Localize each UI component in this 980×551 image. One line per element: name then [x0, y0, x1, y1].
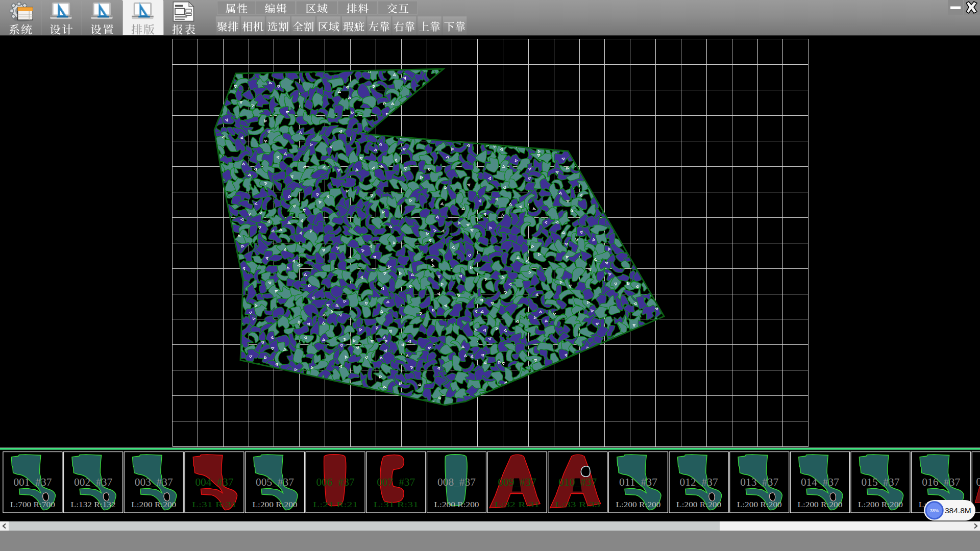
svg-text:004_#37: 004_#37 — [195, 475, 233, 488]
svg-text:L:200 R:200: L:200 R:200 — [434, 500, 479, 509]
svg-text:013_#37: 013_#37 — [740, 475, 778, 488]
svg-text:L:200 R:200: L:200 R:200 — [131, 500, 176, 509]
svg-text:L:200 R:200: L:200 R:200 — [737, 500, 782, 509]
svg-text:L:200 R:200: L:200 R:200 — [616, 500, 660, 509]
svg-text:012_#37: 012_#37 — [680, 475, 718, 488]
svg-text:L:200 R:200: L:200 R:200 — [797, 500, 842, 509]
svg-text:010_#37: 010_#37 — [558, 475, 597, 488]
svg-text:016_#37: 016_#37 — [922, 475, 960, 488]
svg-text:0: 0 — [976, 475, 980, 488]
svg-text:384.8M: 384.8M — [945, 506, 971, 515]
svg-text:L:132 R:132: L:132 R:132 — [71, 500, 116, 509]
svg-text:L:200 R:200: L:200 R:200 — [858, 500, 903, 509]
svg-text:L:200 R:200: L:200 R:200 — [676, 500, 721, 509]
svg-text:L:700 R:700: L:700 R:700 — [10, 500, 55, 509]
svg-text:L:21 R:21: L:21 R:21 — [313, 500, 358, 509]
svg-text:008_#37: 008_#37 — [437, 475, 476, 488]
svg-text:L:33 R:33: L:33 R:33 — [555, 500, 600, 509]
svg-text:011_#37: 011_#37 — [619, 475, 657, 488]
svg-text:015_#37: 015_#37 — [862, 475, 900, 488]
svg-text:002_#37: 002_#37 — [74, 475, 112, 488]
svg-text:38%: 38% — [930, 508, 939, 513]
svg-text:009_#37: 009_#37 — [498, 475, 536, 488]
svg-text:L:32 R:31: L:32 R:31 — [495, 500, 540, 509]
svg-text:005_#37: 005_#37 — [256, 475, 294, 488]
svg-text:007_#37: 007_#37 — [377, 475, 415, 488]
svg-text:001_#37: 001_#37 — [13, 475, 52, 488]
svg-text:L:31 R:31: L:31 R:31 — [192, 500, 237, 509]
svg-text:006_#37: 006_#37 — [316, 475, 355, 488]
svg-text:014_#37: 014_#37 — [801, 475, 839, 488]
svg-text:L:31 R:31: L:31 R:31 — [374, 500, 419, 509]
svg-text:003_#37: 003_#37 — [135, 475, 173, 488]
svg-text:L:200 R:200: L:200 R:200 — [253, 500, 298, 509]
